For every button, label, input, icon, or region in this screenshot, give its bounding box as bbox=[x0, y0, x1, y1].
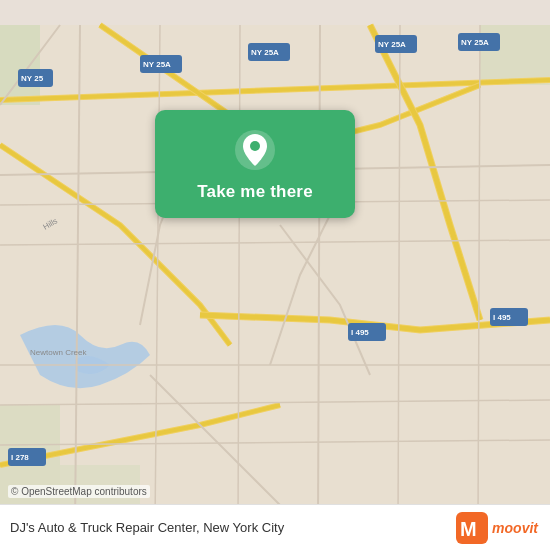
svg-text:I 495: I 495 bbox=[493, 313, 511, 322]
svg-text:I 278: I 278 bbox=[11, 453, 29, 462]
bottom-bar: DJ's Auto & Truck Repair Center, New Yor… bbox=[0, 504, 550, 550]
moovit-icon: M bbox=[456, 512, 488, 544]
location-name: DJ's Auto & Truck Repair Center, New Yor… bbox=[10, 520, 456, 535]
map-container: NY 25 NY 25A NY 25A NY 25A NY 25A I 495 … bbox=[0, 0, 550, 550]
copyright-text: © OpenStreetMap contributors bbox=[8, 485, 150, 498]
take-me-label: Take me there bbox=[197, 182, 313, 202]
location-pin-icon bbox=[233, 128, 277, 172]
svg-text:NY 25: NY 25 bbox=[21, 74, 44, 83]
moovit-text: moovit bbox=[492, 520, 538, 536]
svg-text:NY 25A: NY 25A bbox=[461, 38, 489, 47]
svg-point-36 bbox=[250, 141, 260, 151]
svg-text:Newtown Creek: Newtown Creek bbox=[30, 348, 87, 357]
take-me-there-card[interactable]: Take me there bbox=[155, 110, 355, 218]
svg-text:NY 25A: NY 25A bbox=[143, 60, 171, 69]
svg-text:M: M bbox=[460, 518, 477, 540]
svg-text:NY 25A: NY 25A bbox=[378, 40, 406, 49]
svg-rect-1 bbox=[0, 25, 40, 105]
moovit-logo: M moovit bbox=[456, 512, 538, 544]
svg-text:NY 25A: NY 25A bbox=[251, 48, 279, 57]
svg-text:I 495: I 495 bbox=[351, 328, 369, 337]
